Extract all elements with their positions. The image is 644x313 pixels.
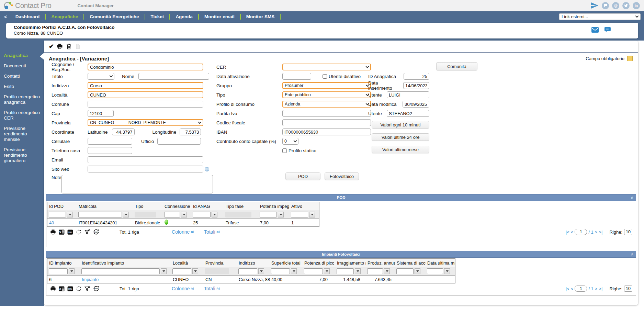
filter-input[interactable] — [304, 268, 323, 274]
sidebar-item-profilo-energetico-anagrafica[interactable]: Profilo energetico anagrafica — [4, 94, 40, 105]
filter-dropdown-button[interactable] — [161, 268, 167, 274]
cellulare-input[interactable] — [88, 138, 132, 145]
codice-fiscale-input[interactable] — [282, 119, 371, 126]
tab-ticket[interactable]: Ticket — [145, 14, 170, 19]
filter-dropdown-button[interactable] — [355, 268, 361, 274]
chat-bubble-icon[interactable] — [602, 2, 609, 9]
colonne-link[interactable]: Colonne» — [172, 286, 193, 291]
xml-export-icon[interactable]: XML — [67, 229, 74, 235]
collapse-chevron-icon[interactable]: » — [629, 253, 634, 256]
rows-per-page-input[interactable] — [624, 229, 632, 235]
utente-inserimento-input[interactable] — [387, 91, 429, 98]
partita-iva-input[interactable] — [282, 110, 371, 117]
filter-dropdown-button[interactable] — [278, 212, 284, 217]
prev-page-button[interactable]: < — [571, 286, 574, 291]
sidebar-item-profilo-energetico-cer[interactable]: Profilo energetico CER — [4, 110, 40, 121]
imp-header-data-ultima[interactable]: Data ultima ma — [426, 260, 455, 266]
print-icon[interactable] — [56, 43, 63, 50]
filter-input[interactable] — [49, 212, 66, 217]
sidebar-item-esito[interactable]: Esito — [4, 84, 40, 89]
imp-header-accumulo[interactable]: Sistema di accu — [395, 260, 426, 266]
refresh-icon[interactable] — [76, 286, 82, 292]
comune-input[interactable] — [88, 101, 203, 108]
imp-header-provincia[interactable]: Provincia — [204, 260, 237, 266]
impianto-link[interactable]: Impianto — [80, 277, 171, 282]
filter-dropdown-button[interactable] — [384, 268, 390, 274]
tab-dashboard[interactable]: Dashboard — [10, 14, 45, 19]
pod-header-attivo[interactable]: Attivo — [290, 204, 319, 209]
next-page-button[interactable]: > — [595, 230, 598, 235]
refresh-icon[interactable] — [76, 229, 82, 235]
sidebar-item-contatti[interactable]: Contatti — [4, 74, 40, 79]
prev-page-button[interactable]: < — [571, 230, 574, 235]
data-inserimento-input[interactable] — [403, 82, 429, 89]
filter-dropdown-button[interactable] — [181, 212, 187, 217]
data-attivazione-input[interactable] — [282, 73, 311, 80]
valori-mese-button[interactable]: Valori ultimo mese — [372, 146, 429, 153]
reset-icon[interactable]: RESET — [93, 285, 100, 292]
imp-header-potenza[interactable]: Potenza di picc — [303, 260, 335, 266]
sidebar-item-previsione-mensile[interactable]: Previsione rendimento mensile — [4, 126, 40, 142]
profilo-consumo-select[interactable]: Azienda — [282, 101, 371, 108]
filter-dropdown-button[interactable] — [324, 268, 330, 274]
provincia-select[interactable]: CN CUNEO NORD PIEMONTE — [88, 119, 203, 126]
filter-input[interactable] — [396, 268, 414, 274]
sidebar-item-anagrafica[interactable]: Anagrafica — [4, 53, 40, 58]
paper-plane-icon[interactable] — [590, 1, 599, 10]
ufficio-input[interactable] — [157, 138, 201, 145]
last-page-button[interactable]: >| — [599, 286, 602, 291]
filter-dropdown-button[interactable] — [291, 268, 297, 274]
imp-header-localita[interactable]: Località — [171, 260, 204, 266]
filter-dropdown-button[interactable] — [415, 268, 420, 274]
filter-input[interactable] — [49, 268, 68, 274]
filter-dropdown-button[interactable] — [309, 212, 315, 217]
collapse-chevron-icon[interactable]: » — [629, 197, 634, 199]
tab-agenda[interactable]: Agenda — [170, 14, 198, 19]
totali-link[interactable]: Totali» — [204, 229, 218, 235]
note-textarea[interactable] — [61, 175, 213, 193]
next-page-button[interactable]: > — [595, 286, 598, 291]
filter-input[interactable] — [238, 268, 257, 274]
filter-input[interactable] — [337, 268, 354, 274]
utente-disattivo-checkbox[interactable] — [323, 74, 327, 79]
tab-comunita-energetiche[interactable]: Comunità Energetiche — [84, 14, 144, 19]
filter-input[interactable] — [271, 268, 290, 274]
print-icon[interactable] — [50, 286, 56, 292]
pod-button[interactable]: POD — [285, 172, 320, 180]
filter-dropdown-button[interactable] — [192, 268, 198, 274]
colonne-link[interactable]: Colonne» — [172, 229, 193, 235]
filter-input[interactable] — [193, 212, 211, 217]
pod-header-tipo[interactable]: Tipo — [133, 204, 163, 209]
page-number-input[interactable] — [575, 286, 587, 292]
filter-dropdown-button[interactable] — [258, 268, 264, 274]
nome-input[interactable] — [138, 73, 209, 80]
cap-input[interactable] — [88, 110, 114, 117]
filter-input[interactable] — [427, 268, 443, 274]
filter-dropdown-button[interactable] — [123, 212, 129, 217]
linkedin-icon[interactable]: in — [633, 2, 640, 9]
gruppo-select[interactable]: Prosumer — [282, 82, 371, 89]
pod-header-connessione[interactable]: Connessione — [163, 204, 191, 209]
titolo-select[interactable] — [88, 73, 114, 80]
back-chevron-icon[interactable]: < — [4, 14, 7, 20]
filter-input[interactable] — [260, 212, 277, 217]
filter-dropdown-button[interactable] — [67, 212, 73, 217]
confirm-check-icon[interactable]: ✔ — [49, 43, 54, 50]
contributo-select[interactable]: 0 — [282, 138, 298, 145]
data-modifica-input[interactable] — [403, 101, 429, 108]
id-anagrafica-input[interactable] — [404, 73, 429, 80]
first-page-button[interactable]: |< — [566, 286, 569, 291]
utente-modifica-input[interactable] — [387, 110, 429, 117]
valori-24-ore-button[interactable]: Valori ultime 24 ore — [372, 133, 429, 141]
sms-chat-icon[interactable] — [603, 27, 611, 33]
imp-header-irraggiamento[interactable]: Irraggiamento a — [335, 260, 366, 266]
latitudine-input[interactable] — [112, 128, 135, 135]
imp-header-superficie[interactable]: Superficie total — [270, 260, 303, 266]
indirizzo-input[interactable] — [88, 82, 203, 89]
valori-10-minuti-button[interactable]: Valori ogni 10 minuti — [372, 121, 429, 128]
tab-monitor-email[interactable]: Monitor email — [199, 14, 240, 19]
pod-header-matricola[interactable]: Matricola — [77, 204, 133, 209]
pod-header-potenza[interactable]: Potenza impeg — [258, 204, 290, 209]
filter-input[interactable] — [367, 268, 383, 274]
pod-id-link[interactable]: 40 — [47, 220, 77, 225]
